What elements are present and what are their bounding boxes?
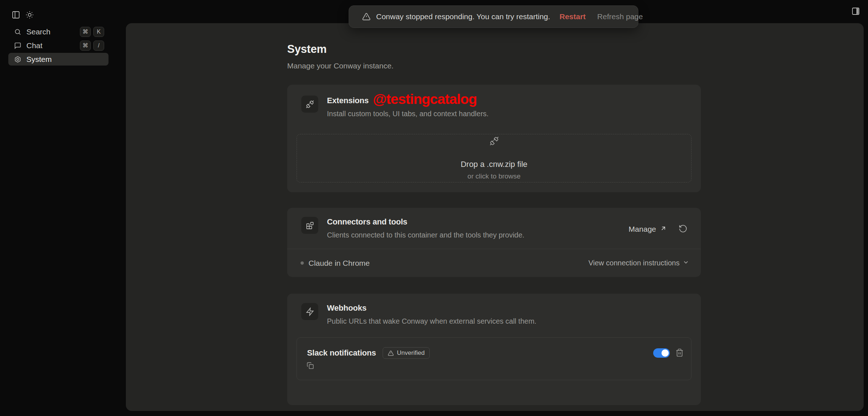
- connectors-actions: Manage: [629, 219, 688, 239]
- arrow-up-right-icon: [660, 225, 667, 234]
- toast-message: Conway stopped responding. You can try r…: [376, 12, 550, 21]
- manage-label: Manage: [629, 225, 656, 234]
- panel-left-icon: [12, 10, 20, 20]
- shortcut-keys: ⌘ /: [80, 41, 104, 51]
- warning-icon: [388, 350, 394, 356]
- extension-dropzone[interactable]: Drop a .cnw.zip file or click to browse: [297, 134, 692, 182]
- restart-button[interactable]: Restart: [559, 12, 586, 21]
- theme-toggle-button[interactable]: [23, 9, 36, 22]
- system-page: System Manage your Conway instance. Exte…: [287, 23, 701, 405]
- error-toast: Conway stopped responding. You can try r…: [349, 5, 638, 28]
- search-icon: [14, 28, 21, 35]
- dropzone-secondary-text: or click to browse: [468, 172, 521, 180]
- extensions-description: Install custom tools, UI tabs, and conte…: [327, 109, 489, 118]
- view-instructions-label: View connection instructions: [588, 259, 680, 267]
- sidebar-item-label: Chat: [26, 41, 80, 50]
- zap-icon: [301, 303, 318, 320]
- view-connection-instructions-button[interactable]: View connection instructions: [588, 259, 689, 268]
- rotate-ccw-icon: [678, 224, 688, 234]
- sidebar: Search ⌘ K Chat ⌘ / System: [8, 25, 109, 67]
- system-icon: [14, 56, 21, 63]
- keycap-cmd: ⌘: [80, 27, 91, 37]
- keycap-k: K: [93, 27, 104, 37]
- manage-button[interactable]: Manage: [629, 225, 667, 234]
- sidebar-item-label: System: [26, 55, 104, 64]
- connectors-description: Clients connected to this container and …: [327, 231, 524, 239]
- connectors-title: Connectors and tools: [327, 217, 524, 227]
- copy-icon: [306, 362, 314, 370]
- trash-icon: [675, 348, 684, 358]
- annotation-testingcatalog: @testingcatalog: [373, 91, 477, 107]
- sidebar-item-system[interactable]: System: [8, 53, 109, 66]
- app-window: Search ⌘ K Chat ⌘ / System: [0, 0, 868, 416]
- extensions-card-text: Extensions @testingcatalog Install custo…: [327, 96, 489, 118]
- blocks-icon: [301, 217, 318, 234]
- webhook-row-slack: Slack notifications Unverified: [297, 337, 692, 380]
- connector-row-claude-in-chrome: Claude in Chrome View connection instruc…: [287, 249, 701, 277]
- shortcut-keys: ⌘ K: [80, 27, 104, 37]
- webhook-name: Slack notifications: [307, 348, 376, 358]
- main-panel: System Manage your Conway instance. Exte…: [126, 23, 864, 411]
- connectors-card-text: Connectors and tools Clients connected t…: [327, 217, 524, 239]
- webhook-controls: [653, 348, 684, 358]
- status-dot-icon: [301, 261, 304, 265]
- connectors-card-header: Connectors and tools Clients connected t…: [287, 208, 701, 239]
- unverified-badge: Unverified: [383, 347, 430, 359]
- refresh-page-button[interactable]: Refresh page: [597, 12, 643, 21]
- sidebar-toggle-button[interactable]: [9, 9, 22, 22]
- webhooks-title: Webhooks: [327, 303, 536, 313]
- page-subtitle: Manage your Conway instance.: [287, 62, 701, 70]
- keycap-cmd: ⌘: [80, 41, 91, 51]
- webhooks-card-text: Webhooks Public URLs that wake Conway wh…: [327, 303, 536, 325]
- refresh-connectors-button[interactable]: [678, 224, 688, 234]
- chevron-down-icon: [682, 259, 689, 268]
- webhook-row-top: Slack notifications Unverified: [297, 338, 691, 359]
- right-panel-toggle-button[interactable]: [849, 5, 862, 18]
- panel-right-icon: [851, 7, 860, 17]
- webhooks-description: Public URLs that wake Conway when extern…: [327, 317, 536, 325]
- sidebar-item-label: Search: [26, 28, 80, 36]
- unplug-icon: [301, 96, 318, 113]
- keycap-slash: /: [93, 41, 104, 51]
- webhooks-card: Webhooks Public URLs that wake Conway wh…: [287, 294, 701, 405]
- chat-icon: [14, 42, 21, 49]
- connectors-card: Connectors and tools Clients connected t…: [287, 208, 701, 277]
- unplug-icon: [489, 136, 499, 146]
- sun-icon: [25, 10, 34, 20]
- connector-name: Claude in Chrome: [309, 259, 370, 268]
- badge-label: Unverified: [397, 349, 425, 357]
- page-title: System: [287, 43, 701, 56]
- toggle-knob: [661, 349, 669, 357]
- webhooks-card-header: Webhooks Public URLs that wake Conway wh…: [287, 294, 701, 325]
- webhook-enabled-toggle[interactable]: [653, 348, 670, 358]
- extensions-card-header: Extensions @testingcatalog Install custo…: [287, 85, 701, 118]
- sidebar-item-search[interactable]: Search ⌘ K: [8, 25, 109, 38]
- extensions-card: Extensions @testingcatalog Install custo…: [287, 85, 701, 192]
- dropzone-primary-text: Drop a .cnw.zip file: [461, 160, 528, 169]
- copy-webhook-url-button[interactable]: [306, 362, 314, 370]
- warning-icon: [362, 12, 371, 21]
- delete-webhook-button[interactable]: [675, 348, 684, 358]
- sidebar-item-chat[interactable]: Chat ⌘ /: [8, 39, 109, 52]
